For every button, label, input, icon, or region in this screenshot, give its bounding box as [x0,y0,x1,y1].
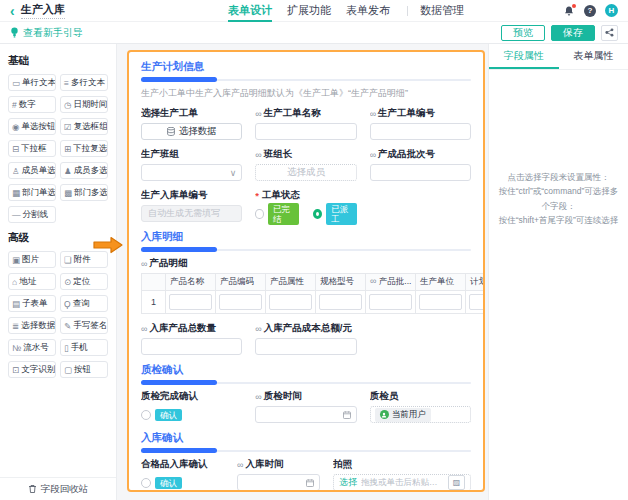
field-item-serial-number[interactable]: №流水号 [8,339,56,356]
status-option-finished[interactable]: 已完结 [255,203,299,225]
field-product-batch-no[interactable]: ∞产成品批次号 [370,148,471,181]
help-icon[interactable]: ? [584,5,596,17]
field-item-label: 部门多选 [74,187,108,199]
tab-form-properties[interactable]: 表单属性 [559,44,628,69]
field-item-select-data[interactable]: ≣选择数据 [8,317,56,334]
field-inbound-confirm[interactable]: 合格品入库确认 确认 [141,458,224,491]
cell-input-product-code[interactable] [219,294,262,310]
preview-button[interactable]: 预览 [501,25,545,41]
advanced-field-items: ▣图片 ❏附件 ⌂地址 ⊙定位 ▤子表单 Ϙ查询 ≣选择数据 ✎手写签名 №流水… [8,251,108,378]
form-title[interactable]: 生产入库 [21,2,65,19]
tab-form-design[interactable]: 表单设计 [228,0,272,22]
tab-extensions[interactable]: 扩展功能 [287,0,331,22]
field-item-multi-select[interactable]: ⊞下拉复选框 [60,140,108,157]
tab-field-properties[interactable]: 字段属性 [489,44,559,69]
field-item-signature[interactable]: ✎手写签名 [60,317,108,334]
field-item-dept-single[interactable]: ▦部门单选 [8,184,56,201]
section-title-inbound-detail[interactable]: 入库明细 [141,230,471,244]
photo-select-link[interactable]: 选择 [339,476,357,489]
field-qc-user[interactable]: 质检员 当前用户 [370,390,471,423]
radio-unchecked[interactable] [255,209,264,219]
radio-checked[interactable] [313,209,322,219]
field-item-subform[interactable]: ▤子表单 [8,295,56,312]
field-item-member-single[interactable]: ♙成员单选 [8,162,56,179]
order-no-input[interactable] [370,123,471,140]
cell-input-spec-model[interactable] [319,294,362,310]
qc-confirm-option[interactable]: 确认 [141,409,182,421]
field-photo[interactable]: 拍照 选择 拖拽或单击后粘贴图片... ▨ [333,458,471,491]
field-item-multi-line-text[interactable]: ≡多行文本 [60,74,108,91]
field-item-radio-group[interactable]: ◉单选按钮组 [8,118,56,135]
field-team-leader[interactable]: ∞班组长 选择成员 [255,148,356,181]
order-name-input[interactable] [255,123,356,140]
inbound-confirm-option[interactable]: 确认 [141,477,182,489]
field-select-production-order[interactable]: 选择生产工单 选择数据 [141,107,242,140]
product-batch-no-input[interactable] [370,164,471,181]
cell-input-product-batch[interactable] [369,294,412,310]
field-item-location[interactable]: ⊙定位 [60,273,108,290]
cell-input-production-unit[interactable] [419,294,462,310]
section-title-inbound-confirm[interactable]: 入库确认 [141,431,471,445]
field-recycle-bin[interactable]: 字段回收站 [0,477,116,500]
qc-time-input[interactable] [255,406,356,423]
total-cost-input[interactable] [255,338,356,355]
image-picker-button[interactable]: ▨ [448,475,465,490]
field-production-team[interactable]: 生产班组 ∨ [141,148,242,181]
linked-field-icon: ∞ [255,324,261,334]
field-order-name[interactable]: ∞生产工单名称 [255,107,356,140]
back-icon[interactable]: ‹ [10,4,15,18]
radio-unchecked[interactable] [141,478,151,488]
field-order-no[interactable]: ∞生产工单编号 [370,107,471,140]
field-item-label: 手写签名 [73,320,107,332]
user-avatar[interactable]: H [605,4,618,17]
field-item-member-multi[interactable]: ♟成员多选 [60,162,108,179]
qc-user-picker[interactable]: 当前用户 [370,406,471,423]
section-title-qc-confirm[interactable]: 质检确认 [141,363,471,377]
cell-input-product-attr[interactable] [269,294,312,310]
save-button[interactable]: 保存 [551,25,595,41]
field-qc-confirm[interactable]: 质检完成确认 确认 [141,390,242,423]
beginner-guide-link[interactable]: 查看新手引导 [10,26,83,40]
photo-upload-box[interactable]: 选择 拖拽或单击后粘贴图片... ▨ [333,474,471,491]
total-qty-input[interactable] [141,338,242,355]
field-item-single-line-text[interactable]: ▭单行文本 [8,74,56,91]
cell-input-planned-qty[interactable] [469,294,485,310]
cell-input-product-name[interactable] [169,294,212,310]
status-option-dispatched[interactable]: 已派工 [313,203,357,225]
field-total-qty[interactable]: ∞入库产品总数量 [141,322,242,355]
field-item-checkbox-group[interactable]: ☑复选框组 [60,118,108,135]
col-label: 产品批... [379,276,412,286]
field-item-image[interactable]: ▣图片 [8,251,56,268]
select-data-icon: ≣ [12,321,19,331]
team-leader-member-picker[interactable]: 选择成员 [255,164,356,181]
field-item-query[interactable]: Ϙ查询 [60,295,108,312]
inbound-time-input[interactable] [237,474,320,491]
product-detail-subform[interactable]: 产品名称 产品编码 产品属性 规格型号 ∞ 产品批... 生产单位 计划生产数量… [141,273,485,314]
field-item-datetime[interactable]: ◷日期时间 [60,96,108,113]
select-data-button[interactable]: 选择数据 [141,123,242,140]
field-item-divider[interactable]: ―分割线 [8,206,56,223]
field-item-number[interactable]: #数字 [8,96,56,113]
field-order-status[interactable]: *工单状态 已完结 已派工 [255,189,356,222]
tab-form-publish[interactable]: 表单发布 [346,0,390,22]
properties-panel: 字段属性 表单属性 点击选择字段来设置属性： 按住“ctrl”或“command… [488,44,628,500]
tab-data-management[interactable]: 数据管理 [420,0,464,22]
share-button[interactable] [601,25,618,41]
production-team-select[interactable]: ∨ [141,164,242,181]
field-item-phone[interactable]: ▯手机 [60,339,108,356]
form-canvas[interactable]: 生产计划信息 生产小工单中生产入库产品明细默认为《生产工单》“生产产品明细” 选… [127,50,485,492]
field-item-dept-multi[interactable]: ▩部门多选 [60,184,108,201]
notification-bell-icon[interactable] [563,5,575,17]
select-icon: ⊟ [12,144,19,154]
field-inbound-time[interactable]: ∞入库时间 [237,458,320,491]
field-item-address[interactable]: ⌂地址 [8,273,56,290]
field-inbound-no[interactable]: 生产入库单编号 自动生成无需填写 [141,189,242,222]
field-total-cost[interactable]: ∞入库产品成本总额/元 [255,322,356,355]
radio-unchecked[interactable] [141,410,151,420]
field-item-ocr[interactable]: ⊡文字识别 [8,361,56,378]
section-title-plan-info[interactable]: 生产计划信息 [141,60,471,74]
linked-field-icon: ∞ [370,109,376,119]
field-item-select[interactable]: ⊟下拉框 [8,140,56,157]
field-item-button[interactable]: ▢按钮 [60,361,108,378]
field-qc-time[interactable]: ∞质检时间 [255,390,356,423]
